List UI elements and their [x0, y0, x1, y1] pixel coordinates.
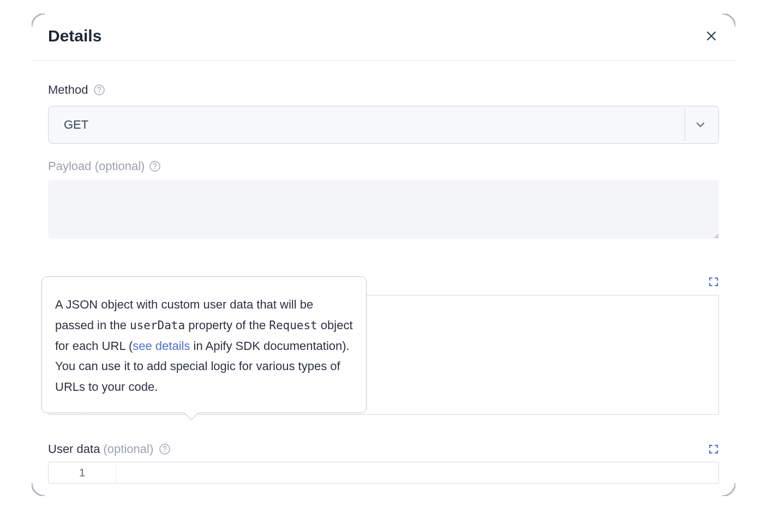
json-gutter: 1	[49, 462, 116, 483]
chevron-down-icon	[694, 119, 706, 131]
svg-point-5	[164, 451, 165, 452]
payload-label: Payload (optional)	[48, 159, 145, 173]
code-request: Request	[269, 319, 317, 332]
userdata-tooltip: A JSON object with custom user data that…	[41, 276, 367, 413]
user-data-optional: (optional)	[104, 442, 154, 456]
modal-header: Details	[32, 14, 735, 61]
help-icon[interactable]	[159, 443, 171, 455]
close-button[interactable]	[704, 28, 719, 44]
corner-tr	[721, 14, 735, 28]
modal-title: Details	[48, 27, 101, 45]
code-userdata: userData	[130, 319, 185, 332]
method-value: GET	[64, 118, 88, 132]
method-label-row: Method	[48, 83, 719, 97]
method-select-wrapper: GET	[48, 106, 719, 144]
corner-bl	[32, 482, 46, 496]
help-icon[interactable]	[149, 160, 161, 172]
payload-optional: (optional)	[95, 159, 145, 173]
modal-content: Method GET Payload	[32, 61, 735, 241]
details-modal: Details Method GET	[32, 14, 735, 496]
line-number: 1	[79, 467, 85, 479]
payload-textarea[interactable]	[48, 180, 719, 239]
payload-label-row: Payload (optional)	[48, 159, 719, 173]
corner-br	[721, 482, 735, 496]
method-select[interactable]: GET	[48, 106, 719, 144]
corner-tl	[32, 14, 46, 28]
close-icon	[705, 29, 718, 43]
user-data-json-editor[interactable]: 1	[48, 462, 719, 483]
help-icon[interactable]	[93, 84, 105, 96]
see-details-link[interactable]: see details	[133, 339, 190, 353]
headers-section: A JSON object with custom user data that…	[48, 276, 719, 415]
svg-point-3	[154, 168, 155, 169]
json-main[interactable]	[116, 462, 718, 483]
user-data-section: User data (optional) 1	[48, 442, 719, 483]
expand-icon[interactable]	[708, 444, 719, 455]
expand-icon[interactable]	[708, 276, 719, 287]
user-data-label: User data (optional)	[48, 442, 153, 456]
user-data-label-row: User data (optional)	[48, 442, 719, 456]
svg-point-1	[99, 92, 100, 93]
method-label: Method	[48, 83, 88, 97]
